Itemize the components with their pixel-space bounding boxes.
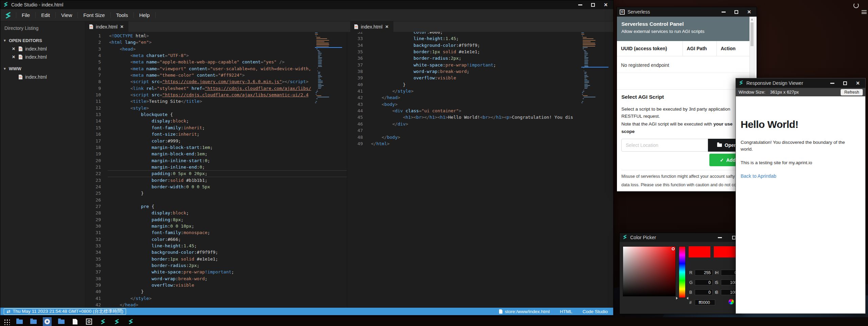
minimize-button[interactable]: [718, 237, 722, 238]
code-line[interactable]: 36 border-radius:2px;: [85, 262, 347, 269]
sidebar-section-open-editors[interactable]: ▼OPEN EDITORS: [0, 36, 85, 45]
minimize-button[interactable]: [722, 12, 726, 13]
maximize-button[interactable]: [591, 3, 595, 7]
code-line[interactable]: 36 border-radius:2px;: [347, 55, 613, 61]
tab-close-icon[interactable]: ✕: [120, 24, 124, 29]
scrollbar-thumb[interactable]: [750, 22, 754, 46]
close-button[interactable]: ✕: [856, 81, 860, 85]
hex-input[interactable]: ff0000: [695, 300, 715, 305]
menu-item-help[interactable]: Help: [134, 12, 156, 18]
code-line[interactable]: 37 white-space:pre-wrap!important;: [347, 62, 613, 68]
close-icon[interactable]: ✕: [12, 46, 16, 51]
code-line[interactable]: 9 <link rel="stylesheet" href="https://c…: [85, 85, 347, 92]
code-line[interactable]: 4 <meta charset="UTF-8">: [85, 52, 347, 59]
editor-group-2[interactable]: 32 color:#666;33 line-height:1.45;34 bac…: [347, 32, 613, 308]
hue-slider[interactable]: [679, 246, 686, 298]
sidebar-item-index.html[interactable]: index.html: [0, 73, 85, 81]
value-input[interactable]: 0: [695, 280, 712, 285]
value-input[interactable]: 0: [695, 289, 712, 295]
code-line[interactable]: 22 padding:0 5px 0 20px;: [85, 170, 347, 177]
scroll-up-icon[interactable]: ∧: [750, 18, 754, 21]
code-line[interactable]: 17 color:#999;: [85, 138, 347, 144]
close-icon[interactable]: ✕: [12, 55, 16, 59]
status-language[interactable]: HTML: [560, 309, 572, 314]
code-line[interactable]: 5 <meta name="apple-mobile-web-app-capab…: [85, 59, 347, 65]
code-line[interactable]: 35 border:1px solid #e1e1e1;: [85, 256, 347, 262]
code-line[interactable]: 18 margin-block-start:1em;: [85, 144, 347, 151]
taskbar-disc-icon[interactable]: [43, 317, 52, 326]
menu-item-view[interactable]: View: [55, 12, 77, 18]
code-line[interactable]: 49</html>: [347, 140, 613, 147]
taskbar-code-studio-icon[interactable]: [112, 317, 121, 326]
code-line[interactable]: 6 <meta name="viewport" content="user-sc…: [85, 65, 347, 72]
code-line[interactable]: 32 color:#666;: [347, 32, 613, 35]
taskbar-file-icon[interactable]: [71, 317, 79, 326]
code-line[interactable]: 1<!DOCTYPE html>: [85, 33, 347, 39]
app-grid-icon[interactable]: [3, 319, 10, 325]
code-line[interactable]: 43 <body>: [347, 101, 613, 108]
code-line[interactable]: 38 word-wrap:break-word;: [347, 68, 613, 75]
code-line[interactable]: 33 line-height:1.45;: [85, 243, 347, 249]
minimize-button[interactable]: [578, 4, 582, 5]
tab-close-icon[interactable]: ✕: [385, 24, 389, 29]
code-line[interactable]: 31 font-family:monospace;: [85, 229, 347, 236]
code-line[interactable]: 32 color:#666;: [85, 236, 347, 243]
code-line[interactable]: 13 blockquote {: [85, 111, 347, 118]
sidebar-item-index.html[interactable]: ✕index.html: [0, 53, 85, 61]
title-bar[interactable]: Color Picker: [620, 233, 741, 242]
code-line[interactable]: 40 }: [347, 81, 613, 88]
color-wheel-icon[interactable]: [728, 299, 734, 305]
close-button[interactable]: ✕: [604, 2, 608, 7]
code-line[interactable]: 26: [85, 197, 347, 203]
code-line[interactable]: 44 <div class="ui container">: [347, 108, 613, 114]
code-line[interactable]: 30 margin:0 0 10px;: [85, 223, 347, 229]
code-line[interactable]: 39 overflow:visible: [85, 282, 347, 288]
tab-index-html[interactable]: index.html ✕: [85, 21, 128, 32]
code-line[interactable]: 7 <meta name="theme-color" content="#ff9…: [85, 72, 347, 78]
hamburger-menu-icon[interactable]: [862, 10, 867, 14]
code-line[interactable]: 23 border:solid #b1b1b1;: [85, 177, 347, 184]
refresh-button[interactable]: Refresh: [841, 89, 863, 95]
taskbar-code-studio-icon[interactable]: [99, 317, 107, 326]
code-line[interactable]: 10 <script src="https://cdnjs.cloudflare…: [85, 92, 347, 98]
tab-index-html-2[interactable]: index.html ✕: [350, 21, 393, 32]
menu-item-file[interactable]: File: [16, 12, 35, 18]
code-line[interactable]: 41 </style>: [347, 88, 613, 94]
status-datetime[interactable]: ⇄ Thu May 11 2023 21:54:48 GMT+0800 (台北標…: [4, 308, 126, 315]
sidebar-item-index.html[interactable]: ✕index.html: [0, 45, 85, 53]
sidebar-section-www[interactable]: ▼WWW: [0, 64, 85, 73]
status-file-path[interactable]: store:/www/index.html: [499, 309, 550, 314]
script-location-input[interactable]: [621, 139, 708, 152]
code-line[interactable]: 35 border:1px solid #e1e1e1;: [347, 49, 613, 55]
code-line[interactable]: 39 overflow:visible: [347, 75, 613, 81]
code-line[interactable]: 40 }: [85, 288, 347, 295]
editor-group-1[interactable]: 1<!DOCTYPE html>2<html lang="en">3 <head…: [85, 32, 347, 308]
color-cursor-icon[interactable]: [672, 247, 675, 250]
maximize-button[interactable]: [843, 81, 847, 85]
taskbar-code-studio-icon[interactable]: [126, 317, 135, 326]
code-line[interactable]: 19 margin-block-end:1em;: [85, 151, 347, 157]
maximize-button[interactable]: [734, 10, 738, 14]
back-link[interactable]: Back to Aprintlab: [741, 173, 861, 179]
code-line[interactable]: 41 </style>: [85, 295, 347, 302]
close-button[interactable]: ✕: [747, 9, 751, 14]
code-line[interactable]: 42 </head>: [85, 302, 347, 308]
value-input[interactable]: 255: [695, 270, 712, 275]
code-line[interactable]: 48 </body>: [347, 134, 613, 140]
code-line[interactable]: 11 <title>Testing Site</title>: [85, 98, 347, 104]
saturation-square[interactable]: [623, 246, 676, 296]
hue-marker-icon[interactable]: [687, 297, 688, 300]
code-line[interactable]: 21 margin-inline-end:0;: [85, 164, 347, 170]
code-line[interactable]: 24 border-width:0 0 0 5px: [85, 184, 347, 190]
code-line[interactable]: 8 <script src="https://code.jquery.com/j…: [85, 78, 347, 85]
code-line[interactable]: 37 white-space:pre-wrap!important;: [85, 269, 347, 275]
code-line[interactable]: 46 </div>: [347, 121, 613, 127]
taskbar-folder-icon[interactable]: [15, 317, 24, 326]
menu-item-tools[interactable]: Tools: [110, 12, 134, 18]
taskbar-folder-icon[interactable]: [57, 317, 66, 326]
code-line[interactable]: 15 font-family:inherit;: [85, 124, 347, 131]
code-line[interactable]: 47: [347, 127, 613, 134]
hue-marker-icon[interactable]: [676, 297, 678, 300]
code-line[interactable]: 20 margin-inline-start:0;: [85, 157, 347, 164]
title-bar[interactable]: Responsive Design Viewer ✕: [736, 78, 865, 88]
